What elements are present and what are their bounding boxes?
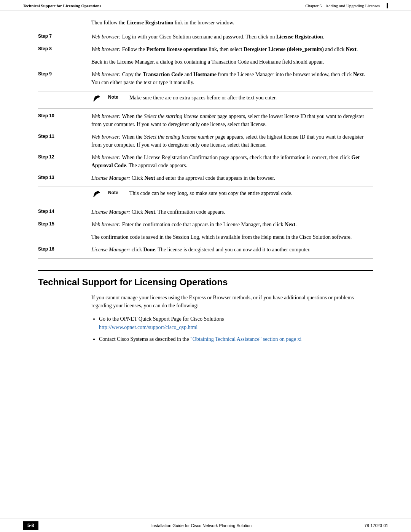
step-10-content: Web browser: When the Select the startin…: [91, 112, 373, 128]
header-chapter-title: Adding and Upgrading Licenses: [325, 3, 380, 8]
step-7-row: Step 7 Web browser: Log in with your Cis…: [38, 33, 373, 41]
main-content: Then follow the License Registration lin…: [0, 11, 411, 354]
step-7-label: Step 7: [38, 33, 91, 39]
step-9-content: Web browser: Copy the Transaction Code a…: [91, 70, 373, 86]
note-label-1: Note: [108, 94, 123, 100]
step-8-followup: Back in the License Manager, a dialog bo…: [38, 58, 373, 66]
support-bullet-list: Go to the OPNET Quick Support Page for C…: [38, 315, 373, 343]
obtaining-assistance-link[interactable]: "Obtaining Technical Assistance" section…: [190, 336, 301, 342]
step-11-label: Step 11: [38, 133, 91, 139]
step-15-followup: The confirmation code is saved in the Se…: [38, 233, 373, 241]
footer-page-number: 5-8: [23, 521, 38, 530]
step-15-label: Step 15: [38, 220, 91, 227]
footer-doc-title: Installation Guide for Cisco Network Pla…: [151, 523, 252, 528]
step-8-content: Web browser: Follow the Perform license …: [91, 45, 373, 53]
step-13-row: Step 13 License Manager: Click Next and …: [38, 174, 373, 182]
step-10-label: Step 10: [38, 112, 91, 118]
note-box-1: Note Make sure there are no extra spaces…: [38, 91, 373, 109]
intro-paragraph: Then follow the License Registration lin…: [38, 19, 373, 27]
note-text-1: Make sure there are no extra spaces befo…: [129, 94, 277, 102]
step-10-row: Step 10 Web browser: When the Select the…: [38, 112, 373, 128]
step-8-row: Step 8 Web browser: Follow the Perform l…: [38, 45, 373, 53]
note-pencil-icon-2: [91, 189, 102, 201]
bullet-item-2: Contact Cisco Systems as described in th…: [99, 335, 373, 343]
step-12-row: Step 12 Web browser: When the License Re…: [38, 153, 373, 169]
header-chapter-label: Chapter 5: [305, 3, 322, 8]
note-label-2: Note: [108, 189, 123, 195]
step-7-content: Web browser: Log in with your Cisco Solu…: [91, 33, 373, 41]
step-9-label: Step 9: [38, 70, 91, 77]
bullet-item-1: Go to the OPNET Quick Support Page for C…: [99, 315, 373, 332]
step-9-row: Step 9 Web browser: Copy the Transaction…: [38, 70, 373, 86]
step-12-label: Step 12: [38, 153, 91, 160]
step-15-row: Step 15 Web browser: Enter the confirmat…: [38, 220, 373, 228]
bullet-2-text-before: Contact Cisco Systems as described in th…: [99, 336, 190, 342]
step-16-content: License Manager: click Done. The license…: [91, 246, 373, 254]
step-12-content: Web browser: When the License Registrati…: [91, 153, 373, 169]
step-14-label: Step 14: [38, 208, 91, 214]
step-14-content: License Manager: Click Next. The confirm…: [91, 208, 373, 216]
bullet-1-text: Go to the OPNET Quick Support Page for C…: [99, 316, 224, 322]
section-divider: [38, 258, 373, 259]
step-11-row: Step 11 Web browser: When the Select the…: [38, 133, 373, 149]
step-16-row: Step 16 License Manager: click Done. The…: [38, 246, 373, 254]
step-8-label: Step 8: [38, 45, 91, 51]
section-intro: If you cannot manage your licenses using…: [38, 294, 373, 310]
page-footer: 5-8 Installation Guide for Cisco Network…: [0, 519, 411, 532]
note-text-2: This code can be very long, so make sure…: [129, 189, 292, 197]
header-right: Chapter 5 Adding and Upgrading Licenses: [305, 3, 388, 8]
footer-doc-number: 78-17023-01: [365, 523, 388, 528]
step-11-content: Web browser: When the Select the ending …: [91, 133, 373, 149]
step-13-content: License Manager: Click Next and enter th…: [91, 174, 373, 182]
step-13-label: Step 13: [38, 174, 91, 180]
opnet-link[interactable]: http://www.opnet.com/support/cisco_qsp.h…: [99, 324, 198, 330]
note-pencil-icon-1: [91, 94, 102, 106]
step-15-content: Web browser: Enter the confirmation code…: [91, 220, 373, 228]
page-header: Technical Support for Licensing Operatio…: [0, 0, 411, 11]
section-heading: Technical Support for Licensing Operatio…: [38, 270, 373, 288]
step-16-label: Step 16: [38, 246, 91, 252]
step-14-row: Step 14 License Manager: Click Next. The…: [38, 208, 373, 216]
note-box-2: Note This code can be very long, so make…: [38, 187, 373, 204]
header-section-title: Technical Support for Licensing Operatio…: [23, 3, 101, 8]
header-rule-bar: [387, 3, 388, 8]
